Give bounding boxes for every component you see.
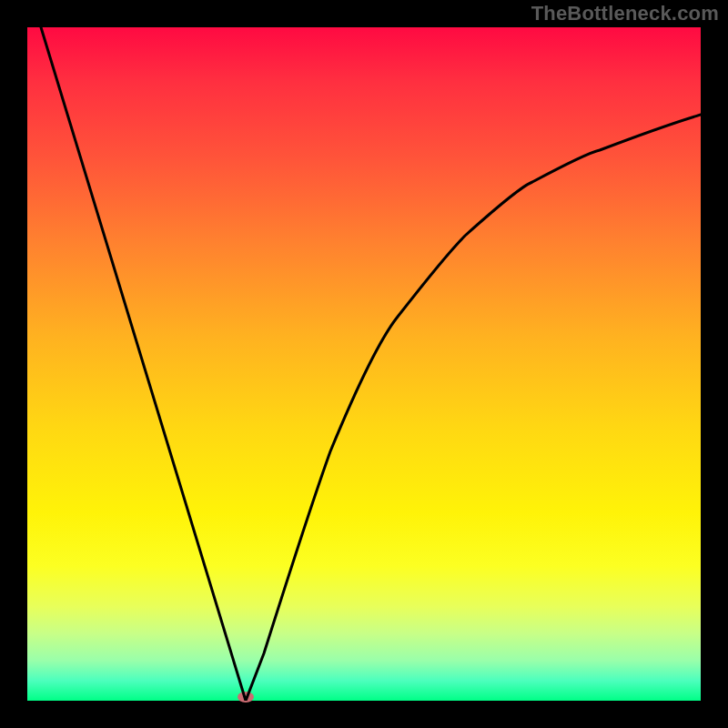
curve-path	[41, 27, 701, 701]
plot-area	[27, 27, 701, 701]
watermark-text: TheBottleneck.com	[531, 2, 719, 25]
chart-frame: TheBottleneck.com	[0, 0, 728, 728]
bottleneck-curve	[27, 27, 701, 701]
